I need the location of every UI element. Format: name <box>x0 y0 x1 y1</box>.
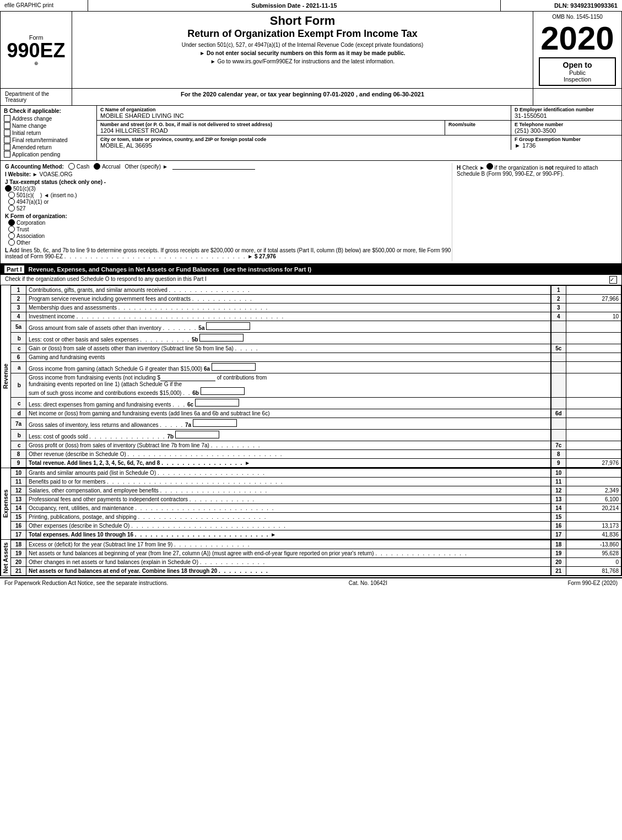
cash-option[interactable]: Cash <box>68 163 89 170</box>
cb-initial-return[interactable]: Initial return <box>4 129 93 136</box>
table-row-total: 17 Total expenses. Add lines 10 through … <box>11 530 621 539</box>
row-value-19: 95,628 <box>566 549 621 558</box>
row-num-16: 16 <box>11 522 26 530</box>
row-value-6 <box>566 353 621 362</box>
tax-501c3-radio[interactable] <box>5 185 12 192</box>
cb-amended-return[interactable]: Amended return <box>4 144 93 150</box>
row-num-6b: b <box>11 373 26 398</box>
row-ref-7a <box>551 418 566 430</box>
schedule-o-text: Check if the organization used Schedule … <box>5 276 207 284</box>
accrual-radio[interactable] <box>94 163 100 170</box>
name-change-checkbox[interactable] <box>4 122 10 129</box>
open-to-label: Open to <box>542 61 613 69</box>
initial-return-checkbox[interactable] <box>4 129 10 136</box>
dept-row: Department of the Treasury For the 2020 … <box>0 89 622 106</box>
omb-number: OMB No. 1545-1150 <box>552 14 603 20</box>
footer-mid: Cat. No. 10642I <box>349 580 387 586</box>
row-label-5a: Gross amount from sale of assets other t… <box>26 321 551 333</box>
row-ref-16: 16 <box>551 522 566 530</box>
row-num-7a: 7a <box>11 418 26 430</box>
row-label-18: Excess or (deficit) for the year (Subtra… <box>26 540 551 549</box>
table-row-total: 21 Net assets or fund balances at end of… <box>11 567 621 576</box>
room-label: Room/suite <box>448 122 507 127</box>
tax-4947-radio[interactable] <box>8 198 15 205</box>
row-value-2: 27,966 <box>566 295 621 304</box>
table-row: 11 Benefits paid to or for members . . .… <box>11 478 621 486</box>
row-ref-3: 3 <box>551 304 566 312</box>
table-row: c Less: direct expenses from gaming and … <box>11 398 621 409</box>
amended-return-checkbox[interactable] <box>4 144 10 150</box>
final-return-checkbox[interactable] <box>4 137 10 143</box>
accrual-label: Accrual <box>102 164 120 170</box>
part-i-header: Part I Revenue, Expenses, and Changes in… <box>0 264 622 275</box>
row-num-12: 12 <box>11 486 26 495</box>
corp-label: Corporation <box>17 220 45 226</box>
table-row: 12 Salaries, other compensation, and emp… <box>11 486 621 495</box>
address-change-checkbox[interactable] <box>4 115 10 122</box>
row-value-17: 41,836 <box>566 530 621 539</box>
row-ref-2: 2 <box>551 295 566 304</box>
row-label-7c: Gross profit or (loss) from sales of inv… <box>26 441 551 450</box>
city-value: MOBILE, AL 36695 <box>100 142 507 149</box>
k-form-row: K Form of organization: Corporation Trus… <box>5 213 452 246</box>
row-label-6a: Gross income from gaming (attach Schedul… <box>26 362 551 373</box>
revenue-table: 1 Contributions, gifts, grants, and simi… <box>10 285 621 468</box>
other-field[interactable] <box>172 163 255 170</box>
city-label: City or town, state or province, country… <box>100 137 507 142</box>
title-sub: Under section 501(c), 527, or 4947(a)(1)… <box>182 42 424 48</box>
cash-radio[interactable] <box>68 163 75 170</box>
row-value-21: 81,768 <box>566 567 621 576</box>
row-label-1: Contributions, gifts, grants, and simila… <box>26 286 551 295</box>
address-change-label: Address change <box>12 116 52 122</box>
tax-527-option[interactable]: 527 <box>8 205 452 212</box>
other-form-option[interactable]: Other <box>8 239 452 246</box>
org-section: B Check if applicable: Address change Na… <box>0 106 622 161</box>
tax-501c3-option[interactable]: 501(c)(3) <box>5 185 452 192</box>
row-num-7c: c <box>11 441 26 450</box>
row-num-3: 3 <box>11 304 26 312</box>
tax-501c-option[interactable]: 501(c)( ) ◄ (insert no.) <box>8 192 452 198</box>
phone-label: E Telephone number <box>515 122 618 127</box>
footer-right: Form 990-EZ (2020) <box>567 580 618 586</box>
row-label-4: Investment income . . . . . . . . . . . … <box>26 312 551 321</box>
schedule-o-checkbox[interactable]: ✓ <box>609 276 617 284</box>
corp-radio[interactable] <box>8 219 15 226</box>
other-form-radio[interactable] <box>8 239 15 246</box>
assoc-option[interactable]: Association <box>8 232 452 239</box>
trust-option[interactable]: Trust <box>8 226 452 232</box>
row-ref-4: 4 <box>551 312 566 321</box>
check-applicable-label: B Check if applicable: <box>4 108 93 114</box>
group-exemption-cell: F Group Exemption Number ► 1736 <box>511 136 621 150</box>
table-row: b Less: cost of goods sold . . . . . . .… <box>11 430 621 441</box>
h-check-box[interactable] <box>486 163 493 170</box>
other-form-label: Other <box>17 240 30 246</box>
tax-527-radio[interactable] <box>8 205 15 212</box>
application-pending-checkbox[interactable] <box>4 151 10 158</box>
row-ref-6a <box>551 362 566 373</box>
row-num-11: 11 <box>11 478 26 486</box>
row-value-5a <box>566 321 621 333</box>
return-title: Return of Organization Exempt From Incom… <box>187 28 418 40</box>
tax-4947-option[interactable]: 4947(a)(1) or <box>8 198 452 205</box>
cb-final-return[interactable]: Final return/terminated <box>4 137 93 143</box>
tax-status-row: J Tax-exempt status (check only one) - 5… <box>5 179 452 212</box>
checkboxes-col: B Check if applicable: Address change Na… <box>1 106 97 160</box>
cb-application-pending[interactable]: Application pending <box>4 151 93 158</box>
title-main-col: Short Form Return of Organization Exempt… <box>72 12 533 88</box>
corp-option[interactable]: Corporation <box>8 219 452 226</box>
row-label-6c: Less: direct expenses from gaming and fu… <box>26 398 551 409</box>
assoc-radio[interactable] <box>8 232 15 239</box>
row-ref-7c: 7c <box>551 441 566 450</box>
cb-name-change[interactable]: Name change <box>4 122 93 129</box>
submission-date: Submission Date - 2021-11-15 <box>88 0 501 11</box>
cb-address-change[interactable]: Address change <box>4 115 93 122</box>
net-assets-table: 18 Excess or (deficit) for the year (Sub… <box>10 540 621 576</box>
row-num-6c: c <box>11 398 26 409</box>
tax-527-label: 527 <box>17 205 26 212</box>
row-label-20: Other changes in net assets or fund bala… <box>26 558 551 567</box>
row-value-6b <box>566 373 621 398</box>
l-row: L Add lines 5b, 6c, and 7b to line 9 to … <box>5 247 452 259</box>
trust-radio[interactable] <box>8 226 15 232</box>
tax-501c-radio[interactable] <box>8 192 15 198</box>
accrual-option[interactable]: Accrual <box>94 163 120 170</box>
